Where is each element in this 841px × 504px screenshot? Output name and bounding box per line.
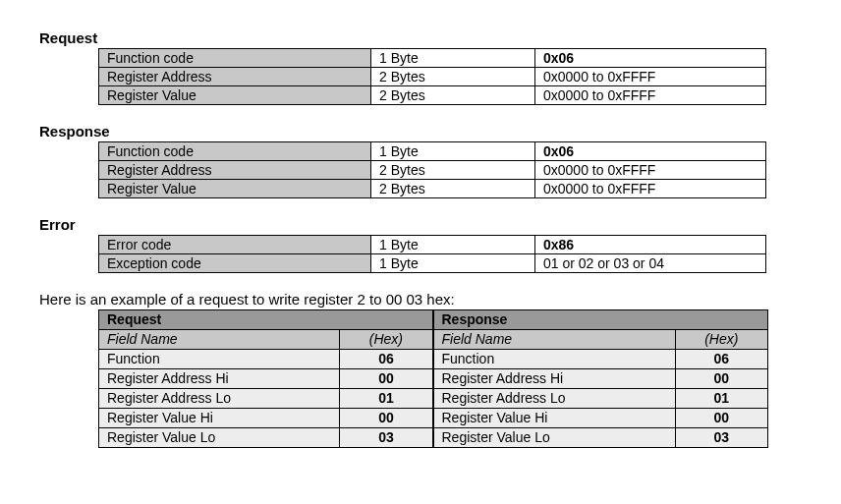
section-title-error: Error [39,216,802,233]
table-row: Register Value Hi00 [99,409,433,428]
cell-val: 0x0000 to 0xFFFF [535,68,766,86]
cell-val: 01 [675,389,767,409]
cell-name: Register Value [99,180,371,198]
example-request-table: Request Field Name (Hex) Function06 Regi… [99,310,434,447]
table-row: Register Value 2 Bytes 0x0000 to 0xFFFF [99,180,766,198]
cell-size: 1 Byte [371,254,535,273]
cell-val: 0x06 [535,142,766,161]
cell-val: 01 or 02 or 03 or 04 [535,254,766,273]
cell-name: Function code [99,142,371,161]
cell-size: 2 Bytes [371,86,535,105]
cell-val: 01 [340,389,433,409]
cell-name: Register Address [99,68,371,86]
table-row: Error code 1 Byte 0x86 [99,236,766,254]
error-table: Error code 1 Byte 0x86 Exception code 1 … [98,235,766,273]
cell-size: 2 Bytes [371,180,535,198]
example-header: Response [434,310,768,330]
cell-name: Error code [99,236,371,254]
cell-name: Exception code [99,254,371,273]
cell-size: 1 Byte [371,49,535,68]
cell-val: 00 [340,409,433,428]
cell-val: 00 [675,369,767,389]
response-table: Function code 1 Byte 0x06 Register Addre… [98,141,766,198]
table-row: Exception code 1 Byte 01 or 02 or 03 or … [99,254,766,273]
table-row: Function06 [99,350,433,369]
cell-name: Register Value [99,86,371,105]
cell-val: 00 [340,369,433,389]
example-header: Request [99,310,433,330]
table-row: Register Address Hi00 [99,369,433,389]
example-subhead-name: Field Name [434,330,676,350]
cell-size: 1 Byte [371,236,535,254]
cell-name: Register Address Hi [99,369,340,389]
table-row: Register Address Hi00 [434,369,768,389]
example-subhead-val: (Hex) [340,330,433,350]
cell-val: 0x0000 to 0xFFFF [535,86,766,105]
table-row: Register Value 2 Bytes 0x0000 to 0xFFFF [99,86,766,105]
cell-name: Function code [99,49,371,68]
cell-name: Register Value Hi [434,409,676,428]
cell-name: Register Value Lo [434,428,676,448]
table-row: Function06 [434,350,768,369]
table-row: Function code 1 Byte 0x06 [99,49,766,68]
cell-val: 0x06 [535,49,766,68]
cell-name: Register Address Lo [434,389,676,409]
cell-name: Register Address [99,161,371,180]
cell-name: Register Value Lo [99,428,340,448]
cell-size: 2 Bytes [371,68,535,86]
cell-size: 1 Byte [371,142,535,161]
cell-name: Register Value Hi [99,409,340,428]
cell-size: 2 Bytes [371,161,535,180]
table-row: Register Value Hi00 [434,409,768,428]
example-tables: Request Field Name (Hex) Function06 Regi… [98,309,768,448]
cell-val: 03 [675,428,767,448]
cell-name: Function [434,350,676,369]
table-row: Register Address 2 Bytes 0x0000 to 0xFFF… [99,68,766,86]
table-row: Register Value Lo03 [99,428,433,448]
example-response-table: Response Field Name (Hex) Function06 Reg… [434,310,768,447]
cell-val: 06 [340,350,433,369]
cell-name: Register Address Hi [434,369,676,389]
cell-val: 0x0000 to 0xFFFF [535,180,766,198]
cell-val: 00 [675,409,767,428]
cell-name: Register Address Lo [99,389,340,409]
request-table: Function code 1 Byte 0x06 Register Addre… [98,48,766,105]
table-row: Register Address Lo01 [99,389,433,409]
example-subhead-val: (Hex) [675,330,767,350]
cell-name: Function [99,350,340,369]
section-title-response: Response [39,123,802,140]
table-row: Function code 1 Byte 0x06 [99,142,766,161]
cell-val: 03 [340,428,433,448]
example-subhead-name: Field Name [99,330,340,350]
cell-val: 0x86 [535,236,766,254]
section-title-request: Request [39,29,802,46]
cell-val: 0x0000 to 0xFFFF [535,161,766,180]
table-row: Register Value Lo03 [434,428,768,448]
cell-val: 06 [675,350,767,369]
table-row: Register Address Lo01 [434,389,768,409]
example-intro: Here is an example of a request to write… [39,291,802,308]
table-row: Register Address 2 Bytes 0x0000 to 0xFFF… [99,161,766,180]
